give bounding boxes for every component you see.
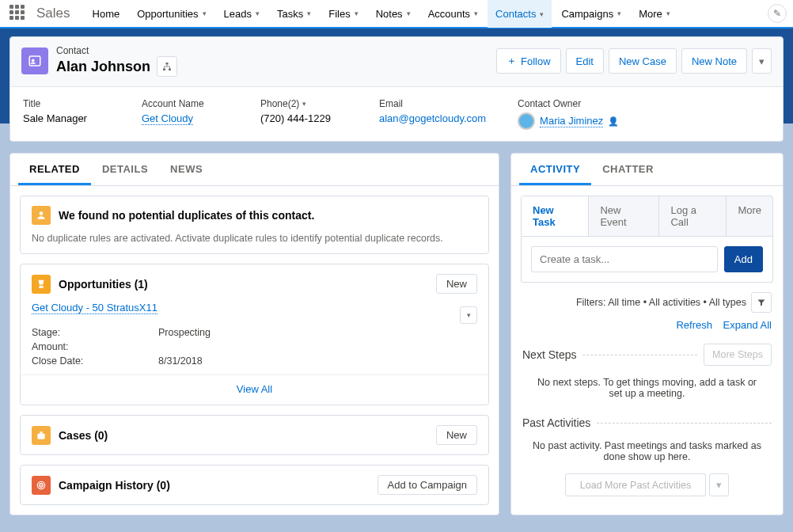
row-menu-button[interactable]: ▾ bbox=[460, 306, 477, 324]
edit-nav-icon[interactable]: ✎ bbox=[768, 4, 787, 23]
close-date-label: Close Date: bbox=[32, 355, 158, 367]
svg-rect-4 bbox=[169, 69, 171, 71]
app-launcher-icon[interactable] bbox=[9, 5, 27, 22]
svg-point-1 bbox=[32, 59, 35, 62]
chevron-down-icon[interactable]: ▾ bbox=[256, 10, 260, 17]
load-more-button[interactable]: Load More Past Activities bbox=[565, 473, 706, 496]
view-all-opportunities[interactable]: View All bbox=[237, 383, 272, 395]
opportunities-heading: Opportunities (1) bbox=[59, 278, 428, 291]
tab-news[interactable]: NEWS bbox=[159, 154, 214, 185]
opportunity-link[interactable]: Get Cloudy - 50 StratusX11 bbox=[32, 302, 157, 314]
nav-notes[interactable]: Notes▾ bbox=[368, 0, 419, 28]
app-name: Sales bbox=[36, 6, 70, 21]
record-kicker: Contact bbox=[56, 45, 488, 56]
create-task-input[interactable] bbox=[531, 246, 718, 272]
field-label-email: Email bbox=[379, 98, 486, 109]
campaign-heading: Campaign History (0) bbox=[59, 479, 370, 492]
nav-leads[interactable]: Leads▾ bbox=[216, 0, 267, 28]
nav-home[interactable]: Home bbox=[85, 0, 128, 28]
chevron-down-icon[interactable]: ▾ bbox=[407, 10, 411, 17]
subtab-new-task[interactable]: New Task bbox=[522, 196, 589, 236]
past-activities-heading: Past Activities bbox=[522, 416, 590, 429]
stage-value: Prospecting bbox=[158, 327, 211, 338]
right-panel: ACTIVITY CHATTER New Task New Event Log … bbox=[510, 153, 784, 515]
amount-label: Amount: bbox=[32, 341, 158, 352]
nav-accounts[interactable]: Accounts▾ bbox=[420, 0, 486, 28]
nav-files[interactable]: Files▾ bbox=[321, 0, 366, 28]
hierarchy-button[interactable] bbox=[157, 56, 177, 77]
nav-tasks[interactable]: Tasks▾ bbox=[269, 0, 319, 28]
new-opportunity-button[interactable]: New bbox=[436, 274, 477, 294]
new-note-button[interactable]: New Note bbox=[681, 48, 747, 74]
tab-activity[interactable]: ACTIVITY bbox=[519, 154, 591, 185]
chevron-down-icon[interactable]: ▾ bbox=[540, 10, 544, 18]
owner-avatar-icon bbox=[518, 112, 535, 130]
cases-heading: Cases (0) bbox=[59, 429, 428, 442]
field-label-phone: Phone(2) ▾ bbox=[260, 98, 347, 109]
contact-entity-icon bbox=[21, 48, 48, 74]
field-value-account-link[interactable]: Get Cloudy bbox=[142, 112, 193, 125]
campaign-icon bbox=[32, 476, 51, 495]
nav-more[interactable]: More▾ bbox=[631, 0, 678, 28]
left-panel: RELATED DETAILS NEWS We found no potenti… bbox=[9, 153, 499, 515]
field-label-title: Title bbox=[23, 98, 110, 109]
opportunity-icon bbox=[32, 275, 51, 294]
subtab-log-call[interactable]: Log a Call bbox=[659, 196, 727, 236]
svg-rect-2 bbox=[166, 63, 169, 65]
global-nav: Sales Home Opportunities▾ Leads▾ Tasks▾ … bbox=[0, 0, 793, 28]
refresh-link[interactable]: Refresh bbox=[676, 319, 712, 331]
next-steps-heading: Next Steps bbox=[522, 348, 576, 361]
chevron-down-icon[interactable]: ▾ bbox=[474, 10, 478, 17]
subtab-new-event[interactable]: New Event bbox=[589, 196, 659, 236]
stage-label: Stage: bbox=[32, 327, 158, 338]
field-value-title: Sale Manager bbox=[23, 112, 110, 124]
more-steps-button[interactable]: More Steps bbox=[704, 344, 772, 366]
chevron-down-icon[interactable]: ▾ bbox=[203, 10, 207, 17]
change-owner-icon[interactable]: 👤 bbox=[608, 116, 619, 127]
record-header: Contact Alan Johnson ＋Follow Edit New Ca… bbox=[9, 36, 784, 142]
expand-all-link[interactable]: Expand All bbox=[723, 319, 772, 331]
edit-button[interactable]: Edit bbox=[566, 48, 604, 74]
more-actions-button[interactable]: ▾ bbox=[752, 48, 772, 74]
nav-contacts[interactable]: Contacts▾ bbox=[488, 0, 552, 28]
record-title: Alan Johnson bbox=[56, 59, 150, 75]
chevron-down-icon[interactable]: ▾ bbox=[617, 10, 621, 17]
svg-point-9 bbox=[40, 484, 42, 486]
duplicates-title: We found no potential duplicates of this… bbox=[59, 209, 314, 222]
nav-opportunities[interactable]: Opportunities▾ bbox=[129, 0, 214, 28]
past-activities-empty: No past activity. Past meetings and task… bbox=[511, 435, 783, 473]
duplicates-card: We found no potential duplicates of this… bbox=[20, 196, 489, 254]
field-value-phone: (720) 444-1229 bbox=[260, 112, 347, 124]
svg-rect-3 bbox=[163, 69, 165, 71]
campaign-history-card: Campaign History (0) Add to Campaign bbox=[20, 465, 489, 505]
add-to-campaign-button[interactable]: Add to Campaign bbox=[378, 475, 477, 495]
duplicates-subtext: No duplicate rules are activated. Activa… bbox=[32, 233, 477, 244]
chevron-down-icon[interactable]: ▾ bbox=[302, 100, 306, 108]
new-case-related-button[interactable]: New bbox=[436, 425, 477, 445]
activity-subtabs: New Task New Event Log a Call More bbox=[521, 196, 773, 237]
svg-rect-6 bbox=[37, 433, 44, 439]
field-label-account: Account Name bbox=[142, 98, 229, 109]
chevron-down-icon[interactable]: ▾ bbox=[355, 10, 359, 17]
load-more-menu[interactable]: ▾ bbox=[709, 473, 729, 496]
owner-link[interactable]: Maria Jiminez bbox=[540, 115, 603, 127]
next-steps-empty: No next steps. To get things moving, add… bbox=[511, 372, 783, 410]
subtab-more[interactable]: More bbox=[727, 196, 772, 236]
add-task-button[interactable]: Add bbox=[724, 246, 763, 272]
case-icon bbox=[32, 426, 51, 445]
chevron-down-icon[interactable]: ▾ bbox=[666, 10, 670, 17]
filters-label: Filters: All time • All activities • All… bbox=[576, 297, 746, 308]
tab-chatter[interactable]: CHATTER bbox=[591, 154, 665, 185]
opportunities-card: Opportunities (1) New Get Cloudy - 50 St… bbox=[20, 264, 489, 405]
cases-card: Cases (0) New bbox=[20, 415, 489, 455]
follow-button[interactable]: ＋Follow bbox=[496, 48, 561, 74]
new-case-button[interactable]: New Case bbox=[609, 48, 677, 74]
nav-campaigns[interactable]: Campaigns▾ bbox=[553, 0, 629, 28]
close-date-value: 8/31/2018 bbox=[158, 355, 203, 367]
tab-related[interactable]: RELATED bbox=[18, 154, 91, 185]
field-value-email-link[interactable]: alan@gogetcloudy.com bbox=[379, 112, 486, 124]
field-label-owner: Contact Owner bbox=[518, 98, 619, 109]
chevron-down-icon[interactable]: ▾ bbox=[307, 10, 311, 17]
filter-icon[interactable] bbox=[751, 292, 772, 313]
tab-details[interactable]: DETAILS bbox=[91, 154, 159, 185]
